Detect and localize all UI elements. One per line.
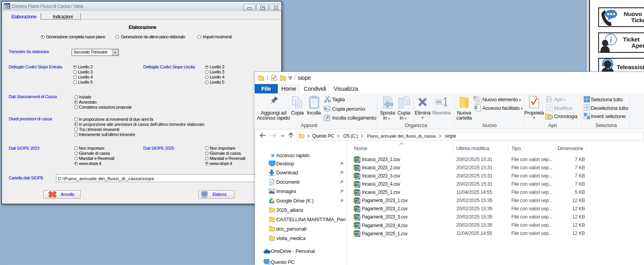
svg-text:i: i [610,35,612,45]
